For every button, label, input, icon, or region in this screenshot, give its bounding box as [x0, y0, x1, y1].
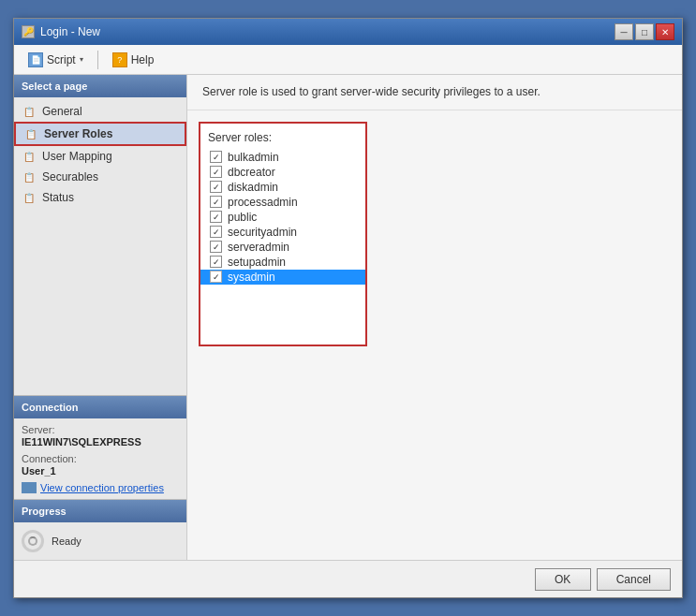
- progress-info: Ready: [14, 522, 186, 560]
- role-checkbox-public[interactable]: ✓: [210, 211, 222, 223]
- roles-label: Server roles:: [208, 131, 358, 144]
- ok-button[interactable]: OK: [535, 568, 591, 591]
- window-icon: 🔑: [22, 25, 35, 38]
- close-button[interactable]: ✕: [656, 23, 674, 40]
- role-item-processadmin[interactable]: ✓ processadmin: [208, 195, 358, 210]
- script-icon: 📄: [28, 52, 43, 67]
- sidebar-item-server-roles[interactable]: 📋 Server Roles: [14, 122, 186, 146]
- minimize-button[interactable]: ─: [615, 23, 633, 40]
- progress-header: Progress: [14, 500, 186, 522]
- description-bar: Server role is used to grant server-wide…: [187, 75, 682, 110]
- main-window: 🔑 Login - New ─ □ ✕ 📄 Script ▾ ? Help Se…: [13, 18, 683, 598]
- role-item-sysadmin[interactable]: ✓ sysadmin: [200, 270, 365, 285]
- sidebar-header: Select a page: [14, 75, 186, 97]
- role-item-diskadmin[interactable]: ✓ diskadmin: [208, 180, 358, 195]
- securables-icon: 📋: [22, 169, 37, 184]
- sidebar-item-general[interactable]: 📋 General: [14, 101, 186, 122]
- role-checkbox-diskadmin[interactable]: ✓: [210, 181, 222, 193]
- script-dropdown-arrow: ▾: [80, 55, 83, 64]
- general-icon: 📋: [22, 104, 37, 119]
- sidebar-item-status[interactable]: 📋 Status: [14, 187, 186, 208]
- progress-section: Progress Ready: [14, 499, 186, 560]
- server-label: Server:: [22, 424, 179, 435]
- sidebar: Select a page 📋 General 📋 Server Roles 📋…: [14, 75, 187, 560]
- role-checkbox-securityadmin[interactable]: ✓: [210, 226, 222, 238]
- role-checkbox-setupadmin[interactable]: ✓: [210, 256, 222, 268]
- user-mapping-icon: 📋: [22, 149, 37, 164]
- maximize-button[interactable]: □: [635, 23, 654, 40]
- status-icon: 📋: [22, 190, 37, 205]
- role-item-setupadmin[interactable]: ✓ setupadmin: [208, 255, 358, 270]
- right-panel: Server role is used to grant server-wide…: [187, 75, 682, 560]
- script-button[interactable]: 📄 Script ▾: [22, 50, 90, 70]
- role-checkbox-bulkadmin[interactable]: ✓: [210, 151, 222, 163]
- role-checkbox-dbcreator[interactable]: ✓: [210, 166, 222, 178]
- toolbar: 📄 Script ▾ ? Help: [14, 45, 682, 75]
- role-item-dbcreator[interactable]: ✓ dbcreator: [208, 165, 358, 180]
- connection-header: Connection: [14, 396, 186, 418]
- help-button[interactable]: ? Help: [106, 50, 161, 70]
- role-item-securityadmin[interactable]: ✓ securityadmin: [208, 225, 358, 240]
- connection-value: User_1: [22, 465, 179, 477]
- server-roles-icon: 📋: [23, 126, 38, 141]
- progress-status: Ready: [52, 535, 81, 547]
- roles-box: Server roles: ✓ bulkadmin ✓ dbcreator ✓ …: [199, 122, 367, 346]
- role-item-serveradmin[interactable]: ✓ serveradmin: [208, 240, 358, 255]
- window-title: Login - New: [40, 25, 100, 38]
- title-bar: 🔑 Login - New ─ □ ✕: [14, 19, 682, 45]
- role-checkbox-processadmin[interactable]: ✓: [210, 196, 222, 208]
- sidebar-item-user-mapping[interactable]: 📋 User Mapping: [14, 146, 186, 167]
- view-connection-properties-link[interactable]: View connection properties: [22, 482, 179, 493]
- role-item-public[interactable]: ✓ public: [208, 210, 358, 225]
- connection-info: Server: IE11WIN7\SQLEXPRESS Connection: …: [14, 418, 186, 499]
- roles-container: Server roles: ✓ bulkadmin ✓ dbcreator ✓ …: [187, 110, 682, 560]
- server-value: IE11WIN7\SQLEXPRESS: [22, 436, 179, 447]
- cancel-button[interactable]: Cancel: [597, 568, 671, 591]
- connection-label: Connection:: [22, 453, 179, 464]
- sidebar-item-securables[interactable]: 📋 Securables: [14, 167, 186, 187]
- sidebar-nav: 📋 General 📋 Server Roles 📋 User Mapping …: [14, 97, 186, 395]
- footer: OK Cancel: [14, 560, 682, 597]
- role-item-bulkadmin[interactable]: ✓ bulkadmin: [208, 150, 358, 165]
- progress-spinner: [22, 530, 44, 552]
- connection-section: Connection Server: IE11WIN7\SQLEXPRESS C…: [14, 395, 186, 499]
- toolbar-separator: [97, 51, 98, 69]
- role-checkbox-serveradmin[interactable]: ✓: [210, 241, 222, 253]
- connection-link-icon: [22, 482, 37, 493]
- main-content: Select a page 📋 General 📋 Server Roles 📋…: [14, 75, 682, 560]
- spinner-inner: [28, 536, 37, 546]
- role-checkbox-sysadmin[interactable]: ✓: [210, 271, 222, 283]
- help-icon: ?: [112, 52, 127, 67]
